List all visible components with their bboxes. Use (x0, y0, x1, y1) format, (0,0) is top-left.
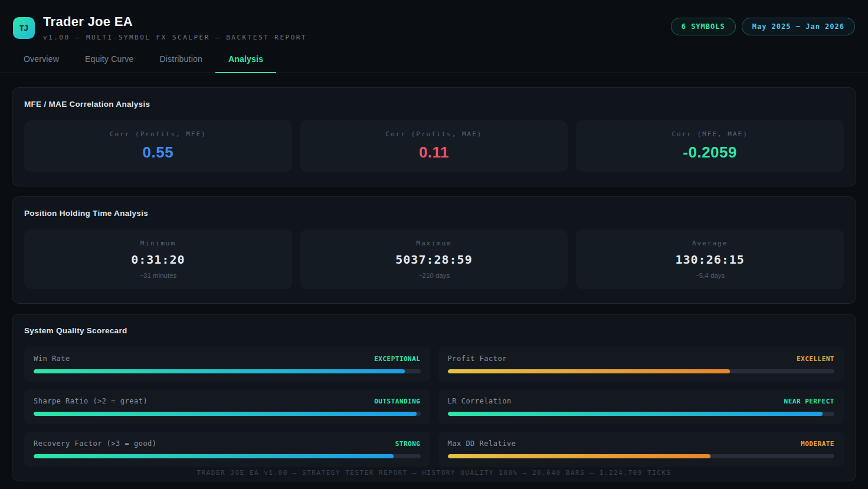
progress-bar-fill (34, 369, 405, 373)
holding-time-card: Position Holding Time Analysis Minimum 0… (12, 196, 856, 304)
metric-label: Win Rate (34, 355, 70, 363)
main-content: MFE / MAE Correlation Analysis Corr (Pro… (0, 73, 868, 481)
stat-value: 0:31:20 (131, 252, 185, 267)
corr-profits-mae-stat: Corr (Profits, MAE) 0.11 (300, 120, 568, 172)
stat-value: -0.2059 (683, 143, 737, 162)
scorecard-title: System Quality Scorecard (24, 326, 844, 335)
stat-value: 0.55 (143, 143, 174, 162)
progress-bar-fill (34, 412, 417, 416)
corr-profits-mfe-stat: Corr (Profits, MFE) 0.55 (24, 120, 292, 172)
page-subtitle: v1.00 — MULTI-SYMBOL FX SCALPER — BACKTE… (43, 34, 307, 41)
holding-minimum-stat: Minimum 0:31:20 ~31 minutes (24, 229, 292, 289)
metric-label: Max DD Relative (448, 439, 516, 448)
stat-note: ~210 days (418, 272, 450, 279)
stat-value: 0.11 (419, 143, 449, 162)
corr-mfe-mae-stat: Corr (MFE, MAE) -0.2059 (576, 120, 844, 172)
metric-rating-badge: EXCELLENT (797, 355, 834, 363)
footer-status-line: TRADER JOE EA v1.00 — STRATEGY TESTER RE… (0, 457, 868, 489)
date-range-badge: May 2025 — Jan 2026 (742, 18, 855, 35)
metric-label: Profit Factor (448, 355, 507, 363)
progress-bar-track (34, 412, 421, 416)
progress-bar-fill (448, 412, 823, 416)
stat-label: Maximum (416, 239, 451, 247)
header: TJ Trader Joe EA v1.00 — MULTI-SYMBOL FX… (0, 0, 868, 41)
correlation-card-title: MFE / MAE Correlation Analysis (24, 100, 844, 109)
progress-bar-track (448, 412, 835, 416)
metric-rating-badge: NEAR PERFECT (784, 398, 834, 405)
tab-equity-curve[interactable]: Equity Curve (85, 54, 134, 73)
correlation-card: MFE / MAE Correlation Analysis Corr (Pro… (12, 87, 856, 186)
metric-rating-badge: MODERATE (801, 440, 834, 448)
metric-rating-badge: STRONG (395, 440, 421, 448)
stat-label: Corr (Profits, MFE) (110, 130, 207, 138)
metric-sharpe-ratio: Sharpe Ratio (>2 = great) OUTSTANDING (24, 389, 430, 424)
app-logo: TJ (13, 17, 35, 39)
brand: TJ Trader Joe EA v1.00 — MULTI-SYMBOL FX… (13, 14, 307, 41)
metric-label: Recovery Factor (>3 = good) (34, 439, 157, 448)
tab-distribution[interactable]: Distribution (160, 54, 202, 73)
metric-rating-badge: EXCEPTIONAL (374, 355, 420, 363)
stat-label: Minimum (140, 239, 176, 247)
metric-rating-badge: OUTSTANDING (374, 398, 420, 405)
holding-time-card-title: Position Holding Time Analysis (24, 209, 844, 218)
tab-analysis[interactable]: Analysis (228, 54, 263, 73)
progress-bar-track (34, 369, 421, 373)
metric-label: LR Correlation (448, 397, 512, 405)
metric-lr-correlation: LR Correlation NEAR PERFECT (438, 389, 844, 424)
page-title: Trader Joe EA (43, 14, 307, 29)
metric-profit-factor: Profit Factor EXCELLENT (438, 347, 844, 382)
progress-bar-fill (448, 369, 731, 373)
stat-label: Average (692, 239, 728, 247)
stat-note: ~31 minutes (139, 272, 176, 279)
stat-label: Corr (MFE, MAE) (672, 130, 748, 138)
metric-label: Sharpe Ratio (>2 = great) (34, 397, 148, 405)
tab-bar: Overview Equity Curve Distribution Analy… (0, 54, 868, 73)
header-badges: 6 SYMBOLS May 2025 — Jan 2026 (671, 18, 855, 35)
stat-value: 130:26:15 (675, 252, 744, 267)
metric-win-rate: Win Rate EXCEPTIONAL (24, 347, 430, 382)
stat-label: Corr (Profits, MAE) (386, 130, 483, 138)
stat-note: ~5.4 days (695, 272, 725, 279)
symbols-badge: 6 SYMBOLS (671, 18, 736, 35)
progress-bar-track (448, 369, 835, 373)
holding-average-stat: Average 130:26:15 ~5.4 days (576, 229, 844, 289)
tab-overview[interactable]: Overview (24, 54, 59, 73)
stat-value: 5037:28:59 (395, 252, 472, 267)
holding-maximum-stat: Maximum 5037:28:59 ~210 days (300, 229, 568, 289)
